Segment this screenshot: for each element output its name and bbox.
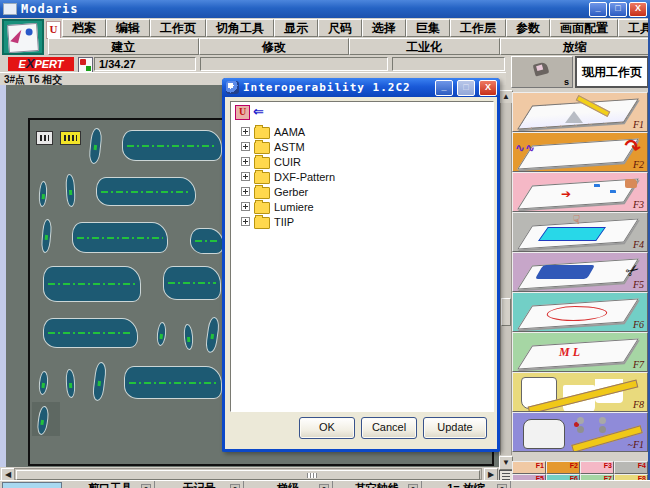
title-bar[interactable]: Modaris _ □ X <box>0 0 650 18</box>
vscroll-up-arrow[interactable]: ▲ <box>499 90 513 104</box>
interoperability-dialog: Interoperability 1.2C2 _ □ X U ⇐ AAMAAST… <box>222 78 500 452</box>
scale-field[interactable]: 1/34.27 <box>94 57 196 71</box>
dialog-title-bar[interactable]: Interoperability 1.2C2 _ □ X <box>222 78 500 97</box>
pattern-piece[interactable] <box>190 228 224 254</box>
dropdown-arrow-icon[interactable]: ▾ <box>230 484 240 488</box>
mode-row: EXPERT 1/34.27 <box>0 56 510 72</box>
tree-row[interactable]: DXF-Pattern <box>231 169 493 184</box>
tree-expander-icon[interactable] <box>241 187 250 196</box>
fkey-tile-F3[interactable]: ➔F3 <box>512 172 648 212</box>
tree-expander-icon[interactable] <box>241 202 250 211</box>
minimize-button[interactable]: _ <box>589 2 607 17</box>
fkey-label: F7 <box>633 359 644 370</box>
bottom-selector-0[interactable]: 剪口工具▾ <box>66 481 155 488</box>
close-button[interactable]: X <box>629 2 647 17</box>
menu-item-4[interactable]: 显示 <box>274 19 318 37</box>
pattern-piece[interactable] <box>43 318 138 348</box>
tree-expander-icon[interactable] <box>241 142 250 151</box>
fkey-tile-mod-F1[interactable]: ~F1 <box>512 412 648 452</box>
menu-item-8[interactable]: 工作层 <box>450 19 506 37</box>
fkey-label: F2 <box>633 159 644 170</box>
fkey-tile-F5[interactable]: ✂F5 <box>512 252 648 292</box>
fkey-label: F5 <box>633 279 644 290</box>
fkey-tile-F2[interactable]: ↷∿∿F2 <box>512 132 648 172</box>
dialog-close-button[interactable]: X <box>479 80 497 96</box>
tree-toolbar: U ⇐ <box>235 105 264 119</box>
tree-row[interactable]: ASTM <box>231 139 493 154</box>
mini-fkey-F4[interactable]: F4 <box>614 461 648 474</box>
window-title: Modaris <box>21 2 79 16</box>
menu-item-2[interactable]: 工作页 <box>150 19 206 37</box>
tree-row[interactable]: AAMA <box>231 124 493 139</box>
group-tab-2[interactable]: 工业化 <box>349 38 500 55</box>
tree-row[interactable]: TIIP <box>231 214 493 229</box>
menu-item-7[interactable]: 巨集 <box>406 19 450 37</box>
tree-expander-icon[interactable] <box>241 157 250 166</box>
bottom-selector-1[interactable]: 无记号▾ <box>155 481 244 488</box>
mini-fkey-F2[interactable]: F2 <box>546 461 580 474</box>
current-page-button[interactable]: 现用工作页 <box>575 56 649 88</box>
maximize-button[interactable]: □ <box>609 2 627 17</box>
hscroll-thumb[interactable] <box>16 470 480 480</box>
pattern-piece[interactable] <box>72 222 168 253</box>
dropdown-arrow-icon[interactable]: ▾ <box>141 484 151 488</box>
dropdown-arrow-icon[interactable]: ▾ <box>408 484 418 488</box>
format-tree[interactable]: U ⇐ AAMAASTMCUIRDXF-PatternGerberLumiere… <box>230 101 494 412</box>
fkey-tile-F4[interactable]: ☟F4 <box>512 212 648 252</box>
pattern-piece[interactable] <box>163 266 221 300</box>
sidebar-tool-button[interactable]: s <box>511 56 573 88</box>
group-tab-0[interactable]: 建立 <box>48 38 199 55</box>
menu-item-10[interactable]: 画面配置 <box>550 19 618 37</box>
group-tab-1[interactable]: 修改 <box>199 38 350 55</box>
vscroll-down-arrow[interactable]: ▼ <box>499 456 513 470</box>
tree-row[interactable]: CUIR <box>231 154 493 169</box>
vertical-scrollbar[interactable] <box>500 103 512 455</box>
tile-accent <box>523 419 565 449</box>
menu-item-1[interactable]: 编辑 <box>106 19 150 37</box>
menu-item-3[interactable]: 切角工具 <box>206 19 274 37</box>
dialog-minimize-button[interactable]: _ <box>435 80 453 96</box>
pattern-piece[interactable] <box>124 366 222 399</box>
menu-item-11[interactable]: 工具 <box>618 19 650 37</box>
bottom-selector-4[interactable]: 1= 放缩▾ <box>422 481 511 488</box>
fkey-tile-F8[interactable]: F8 <box>512 372 648 412</box>
canvas-tool-icon-white[interactable] <box>36 131 53 145</box>
tree-expander-icon[interactable] <box>241 127 250 136</box>
back-arrow-icon[interactable]: ⇐ <box>253 105 264 119</box>
pattern-piece[interactable] <box>122 130 222 161</box>
bottom-selector-3[interactable]: 其它轴线▾ <box>333 481 422 488</box>
dropdown-arrow-icon[interactable]: ▾ <box>319 484 329 488</box>
fkey-tile-F1[interactable]: F1 <box>512 92 648 132</box>
menu-item-6[interactable]: 选择 <box>362 19 406 37</box>
pattern-piece[interactable] <box>96 177 196 206</box>
update-button[interactable]: Update <box>423 417 487 439</box>
tree-row[interactable]: Lumiere <box>231 199 493 214</box>
tree-label: DXF-Pattern <box>274 171 335 183</box>
mini-fkey-F1[interactable]: F1 <box>512 461 546 474</box>
lectra-u-icon-small[interactable]: U <box>235 105 250 120</box>
tree-expander-icon[interactable] <box>241 217 250 226</box>
page-flag-icon[interactable] <box>78 57 93 73</box>
vscroll-thumb[interactable] <box>501 298 511 326</box>
ok-button[interactable]: OK <box>299 417 355 439</box>
tile-sheet-graphic <box>517 178 639 209</box>
pattern-piece[interactable] <box>43 266 141 302</box>
tree-row[interactable]: Gerber <box>231 184 493 199</box>
app-icon <box>3 3 17 15</box>
empty-field-1 <box>200 57 388 71</box>
tree-expander-icon[interactable] <box>241 172 250 181</box>
menu-item-0[interactable]: 档案 <box>62 19 106 37</box>
fkey-tile-F6[interactable]: F6 <box>512 292 648 332</box>
dropdown-arrow-icon[interactable]: ▾ <box>497 484 507 488</box>
group-tab-3[interactable]: 放缩 <box>500 38 650 55</box>
bottom-color-chip[interactable] <box>2 482 62 488</box>
bottom-selector-2[interactable]: 梯级▾ <box>244 481 333 488</box>
modaris-logo[interactable] <box>2 19 44 55</box>
mini-fkey-F3[interactable]: F3 <box>580 461 614 474</box>
canvas-tool-icon-yellow[interactable] <box>60 131 81 145</box>
horizontal-scrollbar[interactable]: ◀ ▶ <box>0 467 497 481</box>
cancel-button[interactable]: Cancel <box>361 417 417 439</box>
menu-item-9[interactable]: 参数 <box>506 19 550 37</box>
fkey-tile-F7[interactable]: MLF7 <box>512 332 648 372</box>
menu-item-5[interactable]: 尺码 <box>318 19 362 37</box>
